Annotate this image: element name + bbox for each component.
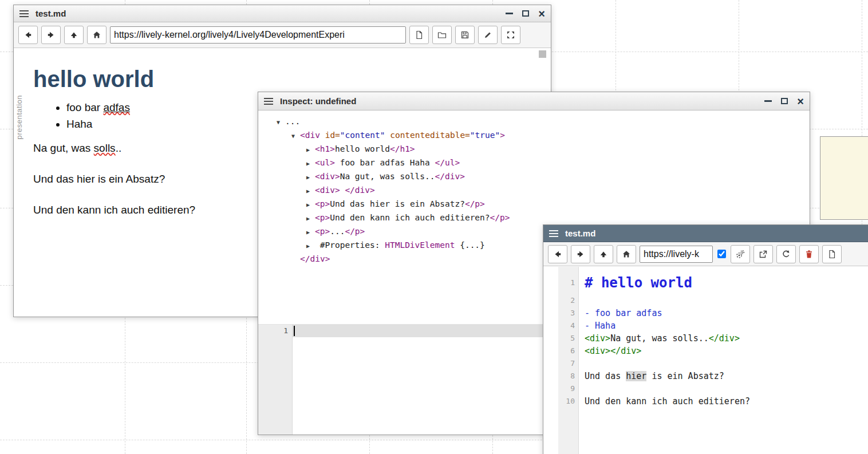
up-button[interactable] xyxy=(594,245,613,263)
code-token: "true" xyxy=(470,131,500,140)
arrow-right-icon xyxy=(46,30,56,40)
code-token: <div> xyxy=(315,185,340,195)
partial-window xyxy=(820,136,868,220)
file-icon xyxy=(827,250,837,259)
code-line[interactable] xyxy=(585,382,868,395)
tree-node[interactable]: ▼<div id="content" contenteditable="true… xyxy=(277,129,810,143)
window-title: Inspect: undefined xyxy=(280,96,356,106)
code-token: #Properties: xyxy=(315,240,385,250)
tree-node[interactable]: ▶<ul> foo bar adfas Haha </ul> xyxy=(277,156,810,170)
code-line[interactable]: Und den kann ich auch editieren? xyxy=(585,395,868,408)
open-folder-button[interactable] xyxy=(432,26,452,44)
menu-icon[interactable] xyxy=(549,230,558,237)
new-file-button[interactable] xyxy=(822,245,842,263)
tree-node[interactable]: ▶<div> </div> xyxy=(277,184,810,198)
edit-button[interactable] xyxy=(478,26,498,44)
preview-heading: hello world xyxy=(33,66,528,92)
code-token: </div> xyxy=(435,172,465,181)
text-cursor xyxy=(294,326,295,336)
scrollbar-thumb[interactable] xyxy=(539,50,546,58)
misspelled-word: adfas xyxy=(103,101,129,113)
tree-node[interactable]: ▶<p>Und das hier is ein Absatz?</p> xyxy=(277,198,810,211)
code-line[interactable]: # hello world xyxy=(585,271,868,294)
maximize-button[interactable] xyxy=(781,98,788,104)
url-input[interactable] xyxy=(640,246,713,263)
menu-icon[interactable] xyxy=(264,98,273,105)
code-token: - Haha xyxy=(585,321,616,331)
source-gutter: 12345678910 xyxy=(558,267,579,454)
code-line[interactable]: - Haha xyxy=(585,319,868,332)
forward-button[interactable] xyxy=(571,245,590,263)
auto-save-checkbox[interactable] xyxy=(717,250,726,258)
close-button[interactable]: × xyxy=(797,96,804,107)
list-item-text: foo bar xyxy=(66,101,103,113)
code-token: <ul> xyxy=(315,158,335,167)
source-editor[interactable]: 12345678910 # hello world - foo bar adfa… xyxy=(543,267,868,454)
code-line[interactable] xyxy=(585,357,868,370)
paragraph-text: .. xyxy=(116,142,122,154)
disclosure-arrow-icon[interactable]: ▶ xyxy=(306,240,315,252)
code-token: # hello world xyxy=(585,275,692,291)
code-token: <div> xyxy=(585,333,610,344)
misspelled-word: solls xyxy=(94,142,116,154)
disclosure-arrow-icon[interactable]: ▶ xyxy=(306,157,315,170)
code-token: </div> xyxy=(345,185,374,195)
disclosure-arrow-icon[interactable]: ▶ xyxy=(306,171,315,184)
code-token: Na gut, was solls.. xyxy=(340,172,435,181)
code-token: foo bar adfas Haha xyxy=(335,158,435,167)
disclosure-arrow-icon[interactable]: ▼ xyxy=(291,130,300,143)
disclosure-arrow-icon[interactable]: ▶ xyxy=(306,185,315,198)
code-token: ... xyxy=(330,227,345,236)
code-token: </ul> xyxy=(435,158,460,167)
window-controls: × xyxy=(506,8,545,19)
maximize-button[interactable] xyxy=(522,10,529,17)
refresh-button[interactable] xyxy=(776,245,796,263)
disclosure-arrow-icon[interactable]: ▼ xyxy=(277,116,285,129)
expand-icon xyxy=(506,30,515,40)
up-button[interactable] xyxy=(64,26,84,44)
settings-button[interactable] xyxy=(731,245,750,263)
code-token: {...} xyxy=(460,240,485,250)
back-button[interactable] xyxy=(18,26,38,44)
open-external-button[interactable] xyxy=(753,245,773,263)
tree-node[interactable]: ▼... xyxy=(277,115,810,129)
arrow-up-icon xyxy=(599,250,608,259)
tree-node[interactable]: ▶<h1>hello world</h1> xyxy=(277,143,810,156)
home-button[interactable] xyxy=(87,26,106,44)
home-button[interactable] xyxy=(617,245,636,263)
code-line[interactable] xyxy=(585,294,868,307)
new-file-button[interactable] xyxy=(409,26,429,44)
delete-button[interactable] xyxy=(799,245,819,263)
external-link-icon xyxy=(759,250,768,259)
close-button[interactable]: × xyxy=(538,8,545,19)
tree-node[interactable]: ▶<div>Na gut, was solls..</div> xyxy=(277,170,810,184)
back-button[interactable] xyxy=(548,245,567,263)
code-line[interactable]: - foo bar adfas xyxy=(585,307,868,319)
menu-icon[interactable] xyxy=(19,10,29,17)
titlebar: Inspect: undefined × xyxy=(258,92,810,110)
code-token: <h1> xyxy=(315,144,335,153)
tree-node[interactable]: ▶<p>Und den kann ich auch editieren?</p> xyxy=(277,211,810,225)
minimize-button[interactable] xyxy=(764,100,772,102)
line-number: 9 xyxy=(558,382,575,395)
forward-button[interactable] xyxy=(41,26,61,44)
code-token: <div xyxy=(300,131,325,140)
disclosure-arrow-icon[interactable]: ▶ xyxy=(306,226,315,239)
line-number: 5 xyxy=(558,332,575,345)
code-token: </div> xyxy=(709,333,740,344)
code-token: hello world xyxy=(335,144,390,153)
code-line[interactable]: <div>Na gut, was solls..</div> xyxy=(585,332,868,345)
code-line[interactable]: <div></div> xyxy=(585,345,868,357)
line-number: 1 xyxy=(258,325,288,337)
disclosure-arrow-icon[interactable]: ▶ xyxy=(306,144,315,156)
disclosure-arrow-icon[interactable]: ▶ xyxy=(306,212,315,225)
url-input[interactable] xyxy=(110,26,406,44)
code-token: Na gut, was solls.. xyxy=(610,333,709,344)
save-button[interactable] xyxy=(455,26,475,44)
disclosure-arrow-icon[interactable]: ▶ xyxy=(306,199,315,211)
code-line[interactable]: Und das hier is ein Absatz? xyxy=(585,370,868,382)
line-number: 7 xyxy=(558,357,575,370)
fullscreen-button[interactable] xyxy=(501,26,520,44)
code-token: Und das xyxy=(585,371,626,381)
minimize-button[interactable] xyxy=(506,13,513,14)
